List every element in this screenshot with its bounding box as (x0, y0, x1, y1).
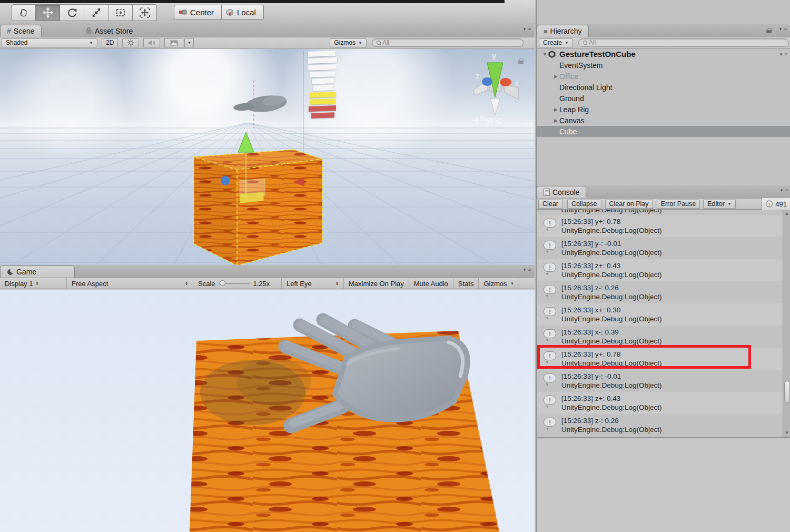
tab-asset-store[interactable]: Asset Store (79, 25, 139, 37)
clear-label: Clear (542, 200, 558, 208)
hierarchy-search-placeholder: All (589, 39, 596, 46)
sun-icon (127, 39, 134, 46)
window-edge-strip (0, 0, 505, 3)
console-row[interactable]: ! [15:26:33] x+: 0.30UnityEngine.Debug:L… (537, 303, 783, 326)
clear-button[interactable]: Clear (538, 200, 562, 209)
log-trace: UnityEngine.Debug:Log(Object) (561, 248, 662, 257)
console-row-clipped[interactable]: UnityEngine.Debug:Log(Object) (537, 210, 783, 215)
create-button[interactable]: Create ▼ (539, 38, 573, 47)
console-row[interactable]: ! [15:26:33] z-: 0.26UnityEngine.Debug:L… (537, 414, 783, 436)
rotate-tool-button[interactable] (60, 4, 84, 21)
console-row[interactable]: ! [15:26:33] z+: 0.43UnityEngine.Debug:L… (537, 259, 783, 281)
triangle-right-icon[interactable]: ▶ (554, 107, 559, 112)
game-panel-menu-icon[interactable]: ▾ ≡ (524, 267, 531, 272)
scrollbar-thumb[interactable] (784, 381, 790, 403)
scene-search-input[interactable]: All (372, 38, 524, 47)
move-tool-button[interactable] (36, 4, 60, 21)
chevron-down-icon: ▼ (187, 41, 191, 45)
axis-y-label: y (492, 52, 496, 60)
game-gizmos-dropdown[interactable]: Gizmos ▼ (479, 278, 519, 289)
hierarchy-row-eventsystem[interactable]: EventSystem (537, 60, 790, 71)
console-detail-pane[interactable] (537, 437, 790, 532)
scale-slider[interactable] (219, 283, 250, 284)
projection-toggle[interactable]: Persp (473, 115, 503, 125)
triangle-right-icon[interactable]: ▶ (554, 74, 559, 79)
triangle-right-icon[interactable]: ▶ (554, 118, 559, 123)
space-local-button[interactable]: Local (222, 5, 264, 19)
svg-text:!: ! (768, 201, 770, 206)
clear-on-play-label: Clear on Play (609, 200, 649, 208)
console-log-list: UnityEngine.Debug:Log(Object) ! [15:26:3… (537, 210, 783, 436)
hierarchy-row-directional-light[interactable]: Directional Light (537, 82, 790, 93)
scale-tool-button[interactable] (84, 4, 108, 21)
tab-scene[interactable]: # Scene (0, 25, 42, 37)
console-panel-menu-icon[interactable]: ▾ ≡ (781, 188, 788, 193)
collapse-button[interactable]: Collapse (567, 200, 601, 209)
log-count-toggle[interactable]: ! 491 (762, 198, 790, 210)
console-row-highlighted[interactable]: ! [15:26:33] y+: 0.78UnityEngine.Debug:L… (537, 348, 783, 370)
tab-game[interactable]: Game (0, 265, 75, 278)
maximize-on-play-button[interactable]: Maximize On Play (344, 278, 409, 289)
scene-root-menu-icon[interactable]: ▾ ≡ (780, 52, 788, 57)
rect-tool-button[interactable] (108, 4, 133, 21)
image-icon (170, 40, 178, 46)
editor-dropdown[interactable]: Editor ▼ (703, 200, 736, 209)
rotate-icon (66, 7, 78, 18)
hierarchy-row-scene-root[interactable]: ▼ GestureTestOnCube ▾ ≡ (537, 48, 790, 60)
toggle-2d-button[interactable]: 2D (102, 38, 118, 47)
console-row[interactable]: ! [15:26:33] y-: -0.01UnityEngine.Debug:… (537, 370, 783, 392)
mute-audio-button[interactable]: Mute Audio (409, 278, 453, 289)
scroll-down-icon[interactable]: ▼ (785, 430, 789, 436)
aspect-selector[interactable]: Free Aspect ▲▼ (67, 278, 193, 289)
hierarchy-row-cube[interactable]: Cube (537, 126, 790, 137)
effects-toggle-button[interactable] (164, 38, 183, 47)
tab-console[interactable]: Console (537, 186, 586, 198)
axis-x-label: x (515, 79, 519, 87)
blue-handle (221, 176, 230, 185)
eye-selector-label: Left Eye (287, 280, 312, 288)
triangle-down-icon[interactable]: ▼ (542, 52, 548, 57)
scene-viewport[interactable]: y z x Persp (0, 49, 535, 265)
scene-tabbar: # Scene Asset Store ▾ ≡ (0, 24, 535, 37)
hierarchy-search-input[interactable]: All (578, 38, 789, 47)
scroll-up-icon[interactable]: ▲ (785, 211, 789, 217)
pivot-center-button[interactable]: Center (174, 5, 222, 19)
console-row[interactable]: ! [15:26:33] y-: -0.01UnityEngine.Debug:… (537, 237, 783, 259)
axis-z-label: z (476, 72, 479, 80)
pivot-space-group: Center Local (174, 5, 264, 19)
console-row[interactable]: ! [15:26:33] z+: 0.43UnityEngine.Debug:L… (537, 392, 783, 414)
viewport-lock-icon[interactable] (518, 58, 524, 64)
audio-toggle-button[interactable] (143, 38, 160, 47)
tab-hierarchy[interactable]: ≡ Hierarchy (537, 25, 589, 37)
hierarchy-row-canvas[interactable]: ▶ Canvas (537, 115, 790, 126)
hierarchy-lock-icon[interactable] (766, 28, 772, 33)
hierarchy-row-leap-rig[interactable]: ▶ Leap Rig (537, 104, 790, 115)
console-row[interactable]: ! [15:26:33] z-: 0.26UnityEngine.Debug:L… (537, 281, 783, 303)
effects-dropdown-arrow[interactable]: ▼ (184, 38, 194, 47)
console-row[interactable]: ! [15:26:33] x-: 0.39UnityEngine.Debug:L… (537, 326, 783, 348)
console-scrollbar[interactable]: ▲ ▼ (783, 210, 790, 437)
stats-button[interactable]: Stats (453, 278, 479, 289)
game-viewport[interactable] (0, 290, 535, 532)
eye-selector[interactable]: Left Eye ▲▼ (282, 278, 344, 289)
hand-tool-button[interactable] (12, 4, 36, 21)
hierarchy-row-ground[interactable]: Ground (537, 93, 790, 104)
log-message: [15:26:33] y+: 0.78 (561, 217, 662, 226)
scene-panel-menu-icon[interactable]: ▾ ≡ (524, 26, 531, 32)
axis-gizmo[interactable]: y z x (473, 52, 519, 115)
lighting-toggle-button[interactable] (122, 38, 139, 47)
log-trace: UnityEngine.Debug:Log(Object) (561, 314, 662, 323)
shading-mode-dropdown[interactable]: Shaded ▼ (2, 38, 97, 47)
transform-tool-button[interactable] (133, 4, 157, 21)
hierarchy-row-office[interactable]: ▶ Office (537, 71, 790, 82)
display-selector[interactable]: Display 1 ▲▼ (0, 278, 67, 289)
clear-on-play-button[interactable]: Clear on Play (605, 200, 653, 209)
error-pause-button[interactable]: Error Pause (657, 200, 700, 209)
log-trace: UnityEngine.Debug:Log(Object) (561, 403, 662, 412)
scale-slider-knob[interactable] (220, 280, 225, 286)
aspect-selector-label: Free Aspect (72, 280, 108, 288)
console-row[interactable]: ! [15:26:33] y+: 0.78UnityEngine.Debug:L… (537, 215, 783, 237)
hierarchy-panel-menu-icon[interactable]: ▾ ≡ (779, 26, 787, 32)
scene-gizmos-dropdown[interactable]: Gizmos ▼ (330, 38, 367, 47)
speaker-icon (148, 40, 155, 46)
